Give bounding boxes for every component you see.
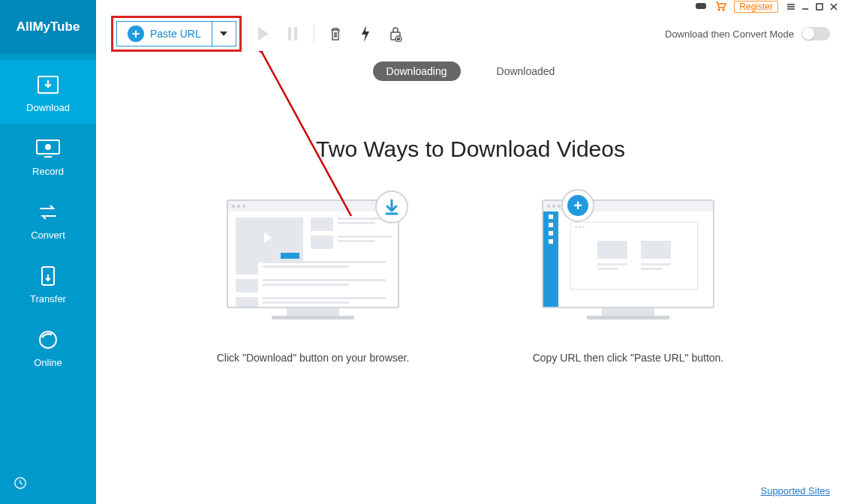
sidebar-item-transfer[interactable]: Transfer — [0, 251, 96, 315]
subtabs: Downloading Downloaded — [96, 54, 845, 92]
way2-caption: Copy URL then click "Paste URL" button. — [533, 351, 724, 366]
content-area: Two Ways to Download Videos — [96, 92, 845, 504]
lock-eye-icon[interactable] — [386, 25, 404, 43]
titlebar: Register — [96, 0, 845, 14]
svg-rect-14 — [816, 4, 822, 10]
sidebar-item-download[interactable]: Download — [0, 60, 96, 124]
lightning-icon[interactable] — [356, 25, 374, 43]
sidebar-item-label: Record — [32, 166, 64, 177]
way-browser-download: Click "Download" button on your browser. — [200, 200, 426, 366]
way-paste-url: + Copy URL then click "Paste URL" button… — [516, 200, 741, 366]
toolbar-separator — [314, 26, 314, 42]
illustration-browser — [227, 200, 399, 334]
main-area: Register + Paste URL — [96, 0, 845, 504]
sidebar-nav: Download Record Convert Transfer — [0, 54, 96, 465]
menu-icon[interactable] — [786, 2, 796, 12]
minimize-icon[interactable] — [800, 2, 810, 12]
sidebar-item-label: Download — [26, 102, 70, 113]
plus-circle-icon: + — [128, 26, 144, 42]
plus-badge-icon: + — [561, 189, 594, 222]
trash-icon[interactable] — [326, 25, 344, 43]
svg-point-2 — [45, 144, 51, 150]
sidebar-item-label: Transfer — [30, 293, 66, 304]
sidebar-item-label: Convert — [31, 230, 65, 241]
illustration-paste-url: + — [542, 200, 714, 334]
sidebar-item-online[interactable]: Online — [0, 315, 96, 379]
close-icon[interactable] — [828, 2, 839, 12]
maximize-icon[interactable] — [814, 2, 825, 12]
online-icon — [35, 328, 62, 351]
cart-icon[interactable] — [714, 1, 726, 14]
app-logo: AllMyTube — [0, 0, 96, 54]
controller-icon[interactable] — [695, 2, 707, 13]
register-button[interactable]: Register — [734, 1, 778, 13]
sidebar-item-convert[interactable]: Convert — [0, 188, 96, 251]
sidebar-item-record[interactable]: Record — [0, 124, 96, 188]
paste-url-label: Paste URL — [150, 28, 201, 40]
paste-url-highlight: + Paste URL — [111, 16, 242, 52]
convert-mode-label: Download then Convert Mode — [665, 28, 794, 40]
supported-sites-link[interactable]: Supported Sites — [760, 485, 830, 496]
transfer-icon — [35, 265, 62, 287]
download-icon — [35, 74, 62, 96]
record-icon — [35, 137, 62, 160]
svg-point-21 — [397, 38, 399, 40]
convert-mode-toggle[interactable] — [801, 27, 830, 40]
sidebar-footer — [0, 465, 96, 504]
tab-downloading[interactable]: Downloading — [373, 62, 461, 81]
svg-rect-17 — [288, 27, 291, 40]
way1-caption: Click "Download" button on your browser. — [217, 351, 410, 366]
svg-rect-18 — [294, 27, 297, 40]
page-headline: Two Ways to Download Videos — [316, 136, 625, 162]
toolbar: + Paste URL — [96, 14, 845, 54]
clock-icon[interactable] — [14, 476, 27, 493]
pause-icon — [284, 25, 302, 43]
svg-point-9 — [723, 9, 724, 10]
paste-url-button[interactable]: + Paste URL — [116, 21, 236, 46]
tab-downloaded[interactable]: Downloaded — [483, 62, 569, 81]
convert-icon — [35, 201, 62, 224]
sidebar: AllMyTube Download Record Convert — [0, 0, 96, 504]
download-arrow-icon — [375, 190, 408, 224]
svg-point-8 — [718, 9, 720, 10]
play-icon — [254, 25, 272, 43]
paste-url-dropdown[interactable] — [212, 22, 236, 46]
sidebar-item-label: Online — [34, 357, 62, 368]
svg-rect-7 — [696, 3, 706, 9]
